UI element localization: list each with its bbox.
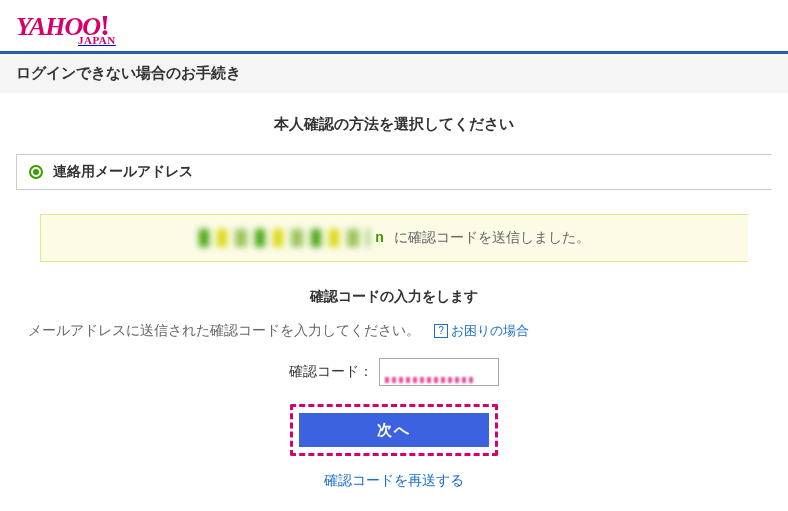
highlight-border: 次へ (290, 404, 498, 456)
sent-notice: n に確認コードを送信しました。 (40, 214, 748, 262)
resend-row: 確認コードを再送する (0, 462, 788, 506)
redacted-tail: n (375, 229, 384, 245)
code-form-row: 確認コード： (0, 354, 788, 396)
next-button[interactable]: 次へ (299, 413, 489, 447)
yahoo-japan-logo[interactable]: YAHOO! JAPAN (16, 8, 116, 46)
sent-notice-text: に確認コードを送信しました。 (394, 229, 590, 245)
code-label: 確認コード： (289, 363, 373, 381)
next-button-label: 次へ (377, 421, 411, 438)
verify-option-label: 連絡用メールアドレス (53, 163, 193, 181)
verify-option-email[interactable]: 連絡用メールアドレス (16, 154, 772, 190)
resend-link-label: 確認コードを再送する (324, 472, 464, 488)
next-button-wrap: 次へ (0, 396, 788, 462)
page-title-bar: ログインできない場合のお手続き (0, 51, 788, 93)
instruction-row: メールアドレスに送信された確認コードを入力してください。 ? お困りの場合 (0, 322, 788, 354)
header: YAHOO! JAPAN (0, 0, 788, 51)
page-title: ログインできない場合のお手続き (16, 64, 241, 81)
confirmation-code-input[interactable] (379, 358, 499, 386)
logo-text-sub: JAPAN (78, 34, 116, 46)
help-link-label: お困りの場合 (451, 322, 529, 340)
select-method-title: 本人確認の方法を選択してください (0, 93, 788, 154)
resend-code-link[interactable]: 確認コードを再送する (324, 472, 464, 488)
instruction-text: メールアドレスに送信された確認コードを入力してください。 (28, 322, 420, 340)
radio-selected-icon (29, 165, 43, 179)
help-link[interactable]: ? お困りの場合 (434, 322, 529, 340)
code-input-wrap (379, 358, 499, 386)
enter-code-title: 確認コードの入力をします (0, 262, 788, 322)
help-icon: ? (434, 324, 448, 338)
redacted-email-icon (199, 229, 369, 247)
